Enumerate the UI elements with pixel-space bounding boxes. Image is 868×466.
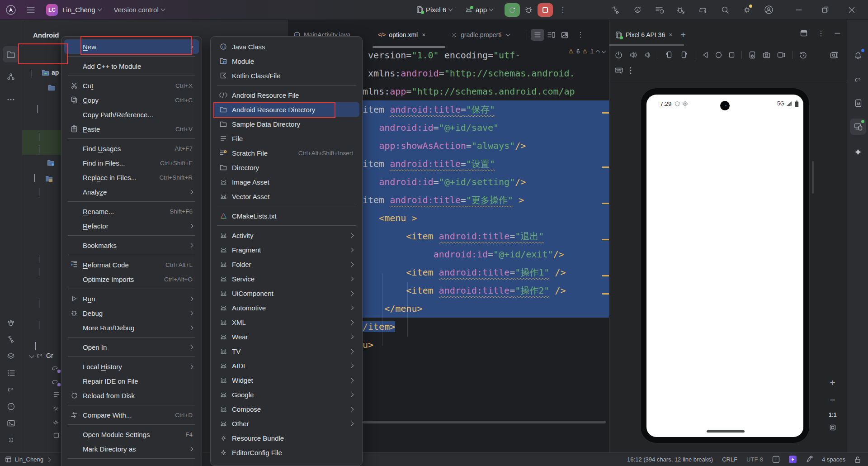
menu-item-paste[interactable]: PasteCtrl+V <box>64 122 199 136</box>
problems-icon[interactable] <box>3 398 19 414</box>
menu-item-open-module-settings[interactable]: Open Module SettingsF4 <box>64 427 199 442</box>
menu-item-fragment[interactable]: Fragment <box>213 243 359 257</box>
tree-gradle-row[interactable]: Gr <box>30 351 53 359</box>
menu-item-bookmarks[interactable]: Bookmarks <box>64 238 199 252</box>
tab-option-xml[interactable]: </> option.xml × <box>373 25 445 44</box>
breadcrumb[interactable]: Lin_Cheng <box>15 456 43 463</box>
menu-item-widget[interactable]: Widget <box>213 373 359 387</box>
device-selector[interactable]: Pixel 6 <box>416 6 452 14</box>
menu-item-repair-ide-on-file[interactable]: Repair IDE on File <box>64 374 199 388</box>
tree-gear[interactable] <box>52 419 59 426</box>
code-view-button[interactable] <box>531 29 544 41</box>
menu-item-service[interactable]: Service <box>213 271 359 286</box>
notifications-bell-icon[interactable] <box>850 48 866 64</box>
menu-item-replace-in-files[interactable]: Replace in Files...Ctrl+Shift+R <box>64 170 199 185</box>
tree-file-lines[interactable] <box>53 392 60 397</box>
tree-chev-right[interactable] <box>39 300 39 308</box>
tree-folder-badge-blue[interactable]: ✱ <box>47 159 55 166</box>
menu-item-module[interactable]: Module <box>213 54 359 68</box>
zoom-fit-button[interactable] <box>830 424 836 431</box>
close-tab-icon[interactable]: × <box>422 31 425 38</box>
menu-item-cut[interactable]: CutCtrl+X <box>64 78 199 93</box>
menu-item-copy[interactable]: CopyCtrl+C <box>64 93 199 107</box>
tree-chev-down[interactable] <box>37 105 38 113</box>
more-tools-icon[interactable] <box>3 91 19 108</box>
tree-chev-down[interactable] <box>39 188 39 196</box>
horizontal-scrollbar[interactable] <box>363 421 606 423</box>
close-button[interactable] <box>849 7 855 13</box>
device-zoom-icon[interactable] <box>830 52 838 60</box>
tree-chev-right[interactable] <box>39 133 39 141</box>
menu-item-add-c-to-module[interactable]: Add C++ to Module <box>64 59 199 73</box>
panel-layout-icon[interactable] <box>800 30 807 37</box>
next-issue-icon[interactable] <box>602 49 606 53</box>
indent-config[interactable]: 4 spaces <box>822 456 845 463</box>
menu-item-analyze[interactable]: Analyze <box>64 185 199 199</box>
menu-item-xml[interactable]: XML <box>213 315 359 329</box>
debug-button[interactable] <box>524 5 533 14</box>
zoom-in-button[interactable]: + <box>830 377 835 388</box>
stop-button[interactable] <box>538 3 553 17</box>
menu-item-directory[interactable]: Directory <box>213 160 359 175</box>
menu-item-activity[interactable]: Activity <box>213 228 359 243</box>
menu-item-find-usages[interactable]: Find UsagesAlt+F7 <box>64 141 199 156</box>
menu-item-scratch-file[interactable]: Scratch FileCtrl+Alt+Shift+Insert <box>213 146 359 160</box>
tree-chev-down[interactable] <box>39 268 39 276</box>
rotcw-icon[interactable] <box>680 51 688 59</box>
emulator-phone[interactable]: 7:29 5G 韩的荣耀 ⋮ <box>640 88 810 443</box>
highlighter-icon[interactable] <box>806 456 813 463</box>
design-view-button[interactable] <box>558 29 571 41</box>
menu-item-run[interactable]: Run <box>64 291 199 306</box>
layers-icon[interactable] <box>3 348 19 364</box>
menu-item-aidl[interactable]: AIDL <box>213 358 359 373</box>
profiler-icon[interactable] <box>655 5 664 14</box>
panel-options-kebab-icon[interactable]: ⋮ <box>817 32 825 35</box>
menu-item-more-run-debug[interactable]: More Run/Debug <box>64 320 199 335</box>
hide-panel-icon[interactable] <box>835 30 840 36</box>
power-icon[interactable] <box>615 51 623 59</box>
gemini-sparkle-icon[interactable] <box>850 144 866 160</box>
voldown-icon[interactable] <box>644 52 651 58</box>
menu-item-automotive[interactable]: Automotive <box>213 300 359 315</box>
tab-gradle-properties[interactable]: gradle.properti <box>445 25 523 44</box>
terminal-icon[interactable] <box>3 415 19 431</box>
paw-icon[interactable] <box>3 314 19 331</box>
settings-icon[interactable] <box>742 5 751 14</box>
tree-chev-down[interactable] <box>35 342 36 350</box>
tree-folder-blue[interactable] <box>48 84 56 91</box>
todo-list-icon[interactable] <box>3 365 19 381</box>
tree-chev-down[interactable] <box>32 70 32 78</box>
menu-item-optimize-imports[interactable]: Optimize ImportsCtrl+Alt+O <box>64 272 199 286</box>
menu-item-compose[interactable]: Compose <box>213 402 359 416</box>
menu-item-rename[interactable]: Rename...Shift+F6 <box>64 204 199 219</box>
back-icon[interactable] <box>702 52 708 58</box>
tree-chev-right[interactable] <box>39 321 39 329</box>
project-view-header[interactable]: Android <box>33 31 59 39</box>
chevron-down-icon[interactable] <box>506 32 510 36</box>
build-hammer-icon[interactable] <box>3 331 19 347</box>
device-manager-icon[interactable] <box>850 95 866 111</box>
menu-item-google[interactable]: Google <box>213 387 359 402</box>
menu-item-reformat-code[interactable]: Reformat CodeCtrl+Alt+L <box>64 257 199 272</box>
kebab-icon[interactable] <box>630 67 632 74</box>
inspections-widget[interactable]: ⚠6 ⚠1 <box>568 48 605 55</box>
rotccw-icon[interactable] <box>665 51 673 59</box>
volup-icon[interactable] <box>629 52 637 58</box>
project-folder-icon[interactable] <box>3 46 19 62</box>
tree-folder-badge-yellow[interactable] <box>45 175 53 182</box>
menu-item-debug[interactable]: Debug <box>64 306 199 320</box>
menu-item-tv[interactable]: TV <box>213 344 359 358</box>
sync-project-icon[interactable]: A <box>633 5 642 14</box>
split-view-button[interactable] <box>544 29 558 41</box>
menu-item-compare-with[interactable]: Compare With...Ctrl+D <box>64 408 199 422</box>
gradle-elephant-icon[interactable] <box>3 381 19 398</box>
search-everywhere-icon[interactable] <box>721 5 730 14</box>
gradle-sync-icon[interactable] <box>698 5 708 14</box>
menu-item-cmakelists-txt[interactable]: CMakeLists.txt <box>213 209 359 223</box>
menu-item-folder[interactable]: Folder <box>213 257 359 271</box>
line-ending[interactable]: CRLF <box>722 456 737 463</box>
editor-options-kebab-icon[interactable]: ⋮ <box>577 33 584 36</box>
menu-item-file[interactable]: File <box>213 131 359 146</box>
rerun-button[interactable] <box>505 3 520 17</box>
menu-item-uicomponent[interactable]: UiComponent <box>213 286 359 300</box>
